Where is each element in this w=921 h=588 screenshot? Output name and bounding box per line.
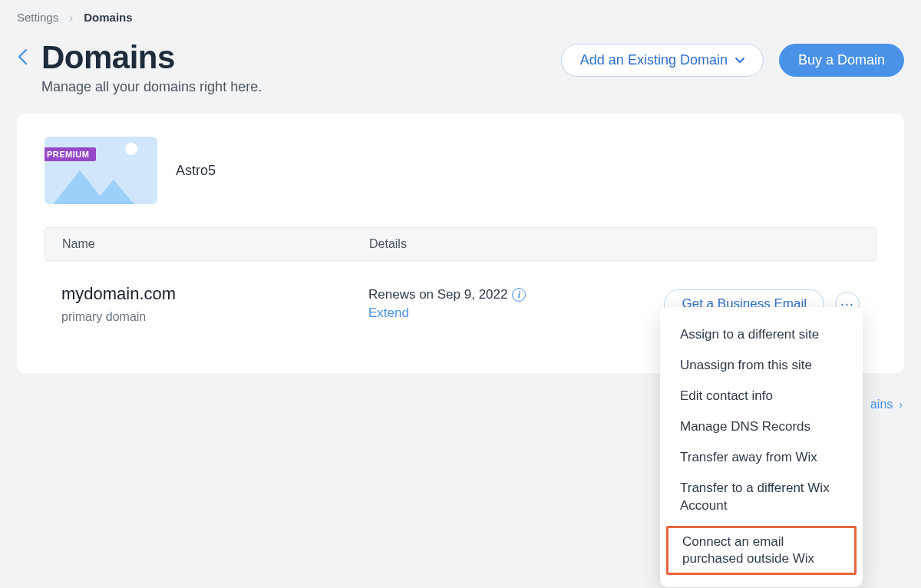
domain-sublabel: primary domain bbox=[61, 310, 368, 324]
more-actions-menu: Assign to a different site Unassign from… bbox=[660, 307, 863, 587]
site-thumbnail: PREMIUM bbox=[45, 137, 157, 204]
renew-text: Renews on Sep 9, 2022 bbox=[368, 287, 507, 302]
menu-transfer-away[interactable]: Transfer away from Wix bbox=[660, 442, 863, 473]
domains-card: PREMIUM Astro5 Name Details mydomain.com… bbox=[17, 114, 904, 373]
chevron-right-icon: › bbox=[69, 11, 73, 24]
menu-assign-different-site[interactable]: Assign to a different site bbox=[660, 319, 863, 350]
site-row: PREMIUM Astro5 bbox=[17, 137, 904, 204]
menu-connect-external-email[interactable]: Connect an email purchased outside Wix bbox=[666, 526, 857, 575]
page-header: Domains Manage all your domains right he… bbox=[17, 39, 904, 95]
add-existing-domain-label: Add an Existing Domain bbox=[580, 52, 728, 68]
breadcrumb-root[interactable]: Settings bbox=[17, 11, 58, 24]
site-name: Astro5 bbox=[176, 163, 216, 179]
domain-name: mydomain.com bbox=[61, 284, 368, 304]
column-details: Details bbox=[369, 237, 859, 251]
table-header: Name Details bbox=[45, 227, 876, 261]
menu-manage-dns[interactable]: Manage DNS Records bbox=[660, 411, 863, 442]
chevron-right-icon: › bbox=[899, 398, 903, 411]
extend-link[interactable]: Extend bbox=[368, 306, 664, 321]
page-title: Domains bbox=[41, 39, 262, 76]
back-arrow-icon[interactable] bbox=[17, 48, 28, 70]
buy-domain-label: Buy a Domain bbox=[798, 52, 885, 68]
premium-badge: PREMIUM bbox=[45, 147, 96, 161]
footer-link-text: ains bbox=[870, 398, 893, 411]
details-cell: Renews on Sep 9, 2022 i Extend bbox=[368, 287, 664, 321]
column-name: Name bbox=[62, 237, 369, 251]
menu-edit-contact-info[interactable]: Edit contact info bbox=[660, 381, 863, 411]
footer-link-partial[interactable]: ains › bbox=[870, 398, 903, 411]
page-subtitle: Manage all your domains right here. bbox=[41, 79, 262, 95]
breadcrumb: Settings › Domains bbox=[17, 11, 904, 24]
menu-unassign-site[interactable]: Unassign from this site bbox=[660, 350, 863, 381]
menu-transfer-account[interactable]: Transfer to a different Wix Account bbox=[660, 473, 863, 520]
buy-domain-button[interactable]: Buy a Domain bbox=[779, 44, 904, 77]
header-actions: Add an Existing Domain Buy a Domain bbox=[561, 44, 904, 77]
info-icon[interactable]: i bbox=[512, 288, 526, 302]
domain-cell: mydomain.com primary domain bbox=[61, 284, 368, 324]
chevron-down-icon bbox=[735, 55, 744, 66]
add-existing-domain-button[interactable]: Add an Existing Domain bbox=[561, 44, 764, 77]
breadcrumb-current: Domains bbox=[84, 11, 132, 24]
